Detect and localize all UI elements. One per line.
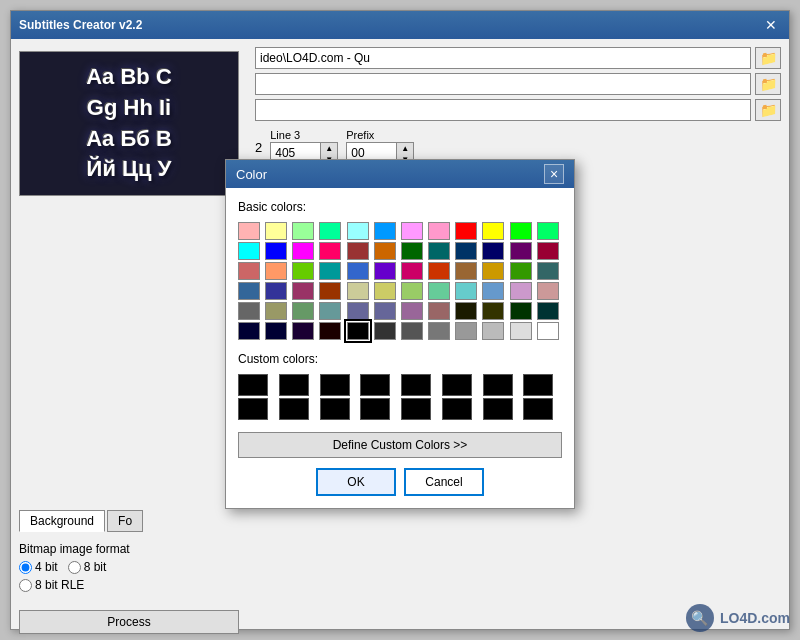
cancel-button[interactable]: Cancel <box>404 468 484 496</box>
define-custom-colors-button[interactable]: Define Custom Colors >> <box>238 432 562 458</box>
custom-color-cell-3[interactable] <box>360 374 390 396</box>
basic-color-cell-37[interactable] <box>265 282 287 300</box>
basic-color-cell-39[interactable] <box>319 282 341 300</box>
custom-color-cell-14[interactable] <box>483 398 513 420</box>
basic-color-cell-63[interactable] <box>319 322 341 340</box>
basic-color-cell-52[interactable] <box>347 302 369 320</box>
basic-color-cell-62[interactable] <box>292 322 314 340</box>
basic-color-cell-64[interactable] <box>347 322 369 340</box>
basic-color-cell-44[interactable] <box>455 282 477 300</box>
custom-colors-label: Custom colors: <box>238 352 562 366</box>
custom-color-cell-2[interactable] <box>320 374 350 396</box>
basic-color-cell-4[interactable] <box>347 222 369 240</box>
basic-color-cell-28[interactable] <box>347 262 369 280</box>
basic-color-cell-7[interactable] <box>428 222 450 240</box>
basic-colors-label: Basic colors: <box>238 200 562 214</box>
basic-color-cell-40[interactable] <box>347 282 369 300</box>
basic-color-cell-71[interactable] <box>537 322 559 340</box>
basic-color-cell-69[interactable] <box>482 322 504 340</box>
custom-color-cell-9[interactable] <box>279 398 309 420</box>
basic-color-cell-35[interactable] <box>537 262 559 280</box>
basic-color-cell-20[interactable] <box>455 242 477 260</box>
basic-color-cell-9[interactable] <box>482 222 504 240</box>
basic-color-cell-50[interactable] <box>292 302 314 320</box>
basic-color-cell-13[interactable] <box>265 242 287 260</box>
basic-color-cell-19[interactable] <box>428 242 450 260</box>
dialog-footer: OK Cancel <box>238 468 562 496</box>
basic-color-cell-56[interactable] <box>455 302 477 320</box>
basic-color-cell-45[interactable] <box>482 282 504 300</box>
basic-color-cell-16[interactable] <box>347 242 369 260</box>
custom-color-cell-13[interactable] <box>442 398 472 420</box>
basic-color-cell-30[interactable] <box>401 262 423 280</box>
custom-color-cell-11[interactable] <box>360 398 390 420</box>
basic-color-cell-27[interactable] <box>319 262 341 280</box>
basic-color-cell-60[interactable] <box>238 322 260 340</box>
basic-color-cell-8[interactable] <box>455 222 477 240</box>
app-close-button[interactable]: ✕ <box>761 17 781 33</box>
basic-color-cell-12[interactable] <box>238 242 260 260</box>
basic-color-cell-15[interactable] <box>319 242 341 260</box>
basic-color-cell-32[interactable] <box>455 262 477 280</box>
custom-color-cell-6[interactable] <box>483 374 513 396</box>
basic-color-cell-34[interactable] <box>510 262 532 280</box>
basic-color-cell-46[interactable] <box>510 282 532 300</box>
basic-color-cell-70[interactable] <box>510 322 532 340</box>
basic-color-cell-51[interactable] <box>319 302 341 320</box>
basic-color-cell-43[interactable] <box>428 282 450 300</box>
custom-color-cell-8[interactable] <box>238 398 268 420</box>
basic-color-cell-24[interactable] <box>238 262 260 280</box>
basic-color-cell-25[interactable] <box>265 262 287 280</box>
app-titlebar: Subtitles Creator v2.2 ✕ <box>11 11 789 39</box>
basic-color-cell-47[interactable] <box>537 282 559 300</box>
basic-color-cell-53[interactable] <box>374 302 396 320</box>
basic-color-cell-14[interactable] <box>292 242 314 260</box>
basic-color-cell-49[interactable] <box>265 302 287 320</box>
basic-color-cell-29[interactable] <box>374 262 396 280</box>
basic-color-cell-10[interactable] <box>510 222 532 240</box>
basic-color-cell-57[interactable] <box>482 302 504 320</box>
custom-color-cell-5[interactable] <box>442 374 472 396</box>
basic-color-cell-67[interactable] <box>428 322 450 340</box>
basic-color-cell-5[interactable] <box>374 222 396 240</box>
custom-color-cell-4[interactable] <box>401 374 431 396</box>
custom-color-cell-1[interactable] <box>279 374 309 396</box>
custom-color-cell-15[interactable] <box>523 398 553 420</box>
basic-color-cell-55[interactable] <box>428 302 450 320</box>
dialog-titlebar: Color × <box>226 160 574 188</box>
basic-color-cell-66[interactable] <box>401 322 423 340</box>
basic-color-cell-1[interactable] <box>265 222 287 240</box>
app-title: Subtitles Creator v2.2 <box>19 18 142 32</box>
basic-color-cell-11[interactable] <box>537 222 559 240</box>
color-dialog-overlay: Color × Basic colors: Custom colors: Def… <box>11 39 789 629</box>
basic-color-cell-2[interactable] <box>292 222 314 240</box>
basic-color-cell-41[interactable] <box>374 282 396 300</box>
basic-color-cell-0[interactable] <box>238 222 260 240</box>
basic-color-cell-33[interactable] <box>482 262 504 280</box>
custom-color-cell-10[interactable] <box>320 398 350 420</box>
basic-color-cell-36[interactable] <box>238 282 260 300</box>
basic-color-cell-68[interactable] <box>455 322 477 340</box>
basic-color-cell-17[interactable] <box>374 242 396 260</box>
basic-color-cell-38[interactable] <box>292 282 314 300</box>
basic-color-cell-21[interactable] <box>482 242 504 260</box>
basic-color-cell-65[interactable] <box>374 322 396 340</box>
basic-color-cell-54[interactable] <box>401 302 423 320</box>
basic-color-cell-59[interactable] <box>537 302 559 320</box>
dialog-close-button[interactable]: × <box>544 164 564 184</box>
basic-color-cell-26[interactable] <box>292 262 314 280</box>
basic-color-cell-42[interactable] <box>401 282 423 300</box>
basic-color-cell-3[interactable] <box>319 222 341 240</box>
custom-color-cell-12[interactable] <box>401 398 431 420</box>
basic-color-cell-48[interactable] <box>238 302 260 320</box>
basic-color-cell-58[interactable] <box>510 302 532 320</box>
basic-color-cell-6[interactable] <box>401 222 423 240</box>
basic-color-cell-18[interactable] <box>401 242 423 260</box>
custom-color-cell-0[interactable] <box>238 374 268 396</box>
basic-color-cell-22[interactable] <box>510 242 532 260</box>
custom-color-cell-7[interactable] <box>523 374 553 396</box>
basic-color-cell-23[interactable] <box>537 242 559 260</box>
ok-button[interactable]: OK <box>316 468 396 496</box>
basic-color-cell-31[interactable] <box>428 262 450 280</box>
basic-color-cell-61[interactable] <box>265 322 287 340</box>
